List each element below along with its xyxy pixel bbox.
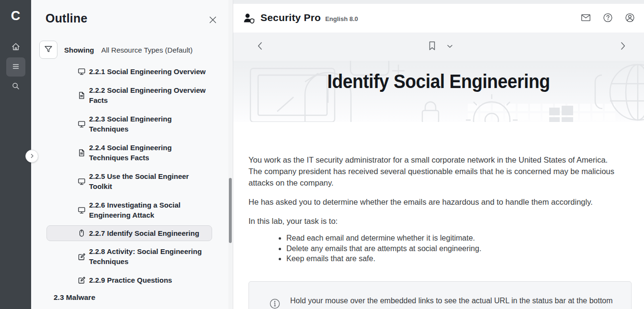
outline-scrollbar-track[interactable] bbox=[228, 0, 232, 309]
next-lesson-button[interactable] bbox=[617, 39, 629, 55]
outline-item-2-2-8[interactable]: 2.2.8 Activity: Social Engineering Techn… bbox=[46, 246, 212, 267]
outline-item-2-2-1[interactable]: 2.2.1 Social Engineering Overview bbox=[46, 66, 212, 77]
activity-edit-icon bbox=[77, 252, 86, 261]
outline-panel: Outline Showing All Resource Types (Defa… bbox=[31, 0, 233, 309]
outline-item-2-2-6[interactable]: 2.2.6 Investigating a Social Engineering… bbox=[46, 199, 212, 221]
info-note-box: Hold your mouse over the embedded links … bbox=[249, 281, 632, 309]
presentation-icon bbox=[77, 67, 86, 76]
help-icon bbox=[602, 12, 613, 24]
lesson-navigation-bar bbox=[233, 33, 644, 61]
filter-showing-label: Showing bbox=[64, 46, 94, 54]
outline-item-label: 2.2.1 Social Engineering Overview bbox=[89, 66, 205, 77]
previous-lesson-button[interactable] bbox=[254, 39, 266, 55]
task-intro-paragraph: In this lab, your task is to: bbox=[249, 215, 623, 227]
home-icon bbox=[11, 42, 21, 53]
account-button[interactable] bbox=[623, 11, 636, 25]
outline-item-label: 2.2.9 Practice Questions bbox=[89, 275, 172, 285]
chevron-right-icon bbox=[619, 41, 627, 53]
outline-item-label: 2.2.4 Social Engineering Techniques Fact… bbox=[89, 143, 209, 163]
outline-item-label: 2.2.7 Identify Social Engineering bbox=[89, 228, 199, 238]
product-header: Security Pro English 8.0 bbox=[233, 4, 644, 33]
labsim-app-window: C Outline Showing All Resource Types (D bbox=[0, 0, 644, 309]
outline-menu-icon bbox=[11, 62, 21, 73]
outline-item-2-2-7-selected[interactable]: 2.2.7 Identify Social Engineering bbox=[46, 225, 212, 241]
presentation-icon bbox=[77, 177, 86, 186]
document-icon bbox=[77, 91, 86, 99]
bookmark-menu-button[interactable] bbox=[445, 41, 455, 52]
outline-item-label: 2.2.8 Activity: Social Engineering Techn… bbox=[89, 246, 209, 266]
outline-close-button[interactable] bbox=[205, 12, 220, 29]
product-brand: Security Pro English 8.0 bbox=[243, 12, 358, 24]
info-circle-icon bbox=[269, 298, 281, 309]
outline-item-2-2-9[interactable]: 2.2.9 Practice Questions bbox=[46, 275, 212, 286]
outline-item-label: 2.2.2 Social Engineering Overview Facts bbox=[89, 85, 209, 105]
help-button[interactable] bbox=[601, 11, 614, 25]
outline-section-2-3[interactable]: 2.3 Malware bbox=[46, 293, 212, 302]
lesson-title: Identify Social Engineering bbox=[248, 61, 630, 92]
panel-expand-button[interactable] bbox=[25, 150, 38, 163]
outline-list: 2.2.1 Social Engineering Overview 2.2.2 … bbox=[31, 66, 233, 309]
mail-icon bbox=[580, 12, 591, 24]
outline-item-2-2-4[interactable]: 2.2.4 Social Engineering Techniques Fact… bbox=[46, 142, 212, 163]
filter-funnel-icon bbox=[44, 44, 53, 55]
outline-item-2-2-3[interactable]: 2.2.3 Social Engineering Techniques bbox=[46, 113, 212, 134]
app-logo[interactable]: C bbox=[0, 0, 31, 32]
task-item: Delete any emails that are attempts at s… bbox=[286, 243, 631, 254]
outline-panel-title: Outline bbox=[45, 11, 88, 25]
outline-item-label: 2.2.6 Investigating a Social Engineering… bbox=[89, 200, 209, 220]
document-icon bbox=[77, 148, 86, 157]
search-button[interactable] bbox=[6, 77, 25, 96]
account-icon bbox=[624, 12, 635, 24]
outline-scrollbar-thumb[interactable] bbox=[229, 178, 232, 243]
outline-panel-header: Outline bbox=[31, 0, 233, 29]
lesson-body: You work as the IT security administrato… bbox=[233, 122, 644, 309]
outline-item-label: 2.2.3 Social Engineering Techniques bbox=[89, 114, 209, 134]
activity-edit-icon bbox=[77, 276, 86, 285]
outline-menu-button[interactable] bbox=[6, 57, 25, 77]
bookmark-icon bbox=[428, 41, 436, 53]
filter-value: All Resource Types (Default) bbox=[102, 46, 193, 54]
task-list: Read each email and determine whether it… bbox=[286, 233, 631, 264]
chevron-right-icon bbox=[30, 153, 34, 160]
chevron-down-icon bbox=[447, 43, 453, 50]
filter-button[interactable] bbox=[39, 41, 57, 59]
content-area: Security Pro English 8.0 bbox=[233, 0, 644, 309]
scenario-paragraph: You work as the IT security administrato… bbox=[249, 154, 623, 188]
lab-mouse-icon bbox=[77, 229, 86, 238]
header-actions bbox=[579, 11, 636, 25]
bookmark-controls bbox=[426, 39, 455, 55]
search-icon bbox=[11, 81, 21, 92]
lesson-title-banner: Identify Social Engineering bbox=[233, 61, 644, 122]
outline-item-2-2-2[interactable]: 2.2.2 Social Engineering Overview Facts bbox=[46, 85, 212, 106]
home-button[interactable] bbox=[6, 38, 25, 57]
info-note-text: Hold your mouse over the embedded links … bbox=[290, 295, 614, 309]
instruction-paragraph: He has asked you to determine whether th… bbox=[249, 196, 623, 208]
close-icon bbox=[208, 19, 217, 26]
presentation-icon bbox=[77, 120, 86, 128]
resource-filter-row: Showing All Resource Types (Default) bbox=[39, 41, 233, 59]
chevron-left-icon bbox=[256, 41, 264, 53]
messages-button[interactable] bbox=[579, 11, 592, 25]
bookmark-button[interactable] bbox=[426, 39, 438, 55]
product-title: Security Pro bbox=[260, 12, 321, 23]
product-edition: English 8.0 bbox=[325, 15, 358, 22]
outline-item-2-2-5[interactable]: 2.2.5 Use the Social Engineer Toolkit bbox=[46, 171, 212, 192]
presentation-icon bbox=[77, 206, 86, 214]
security-pro-logo-icon bbox=[243, 12, 256, 24]
task-item: Keep emails that are safe. bbox=[286, 254, 631, 264]
task-item: Read each email and determine whether it… bbox=[286, 233, 631, 243]
top-strip bbox=[233, 0, 644, 4]
outline-item-label: 2.2.5 Use the Social Engineer Toolkit bbox=[89, 171, 209, 191]
